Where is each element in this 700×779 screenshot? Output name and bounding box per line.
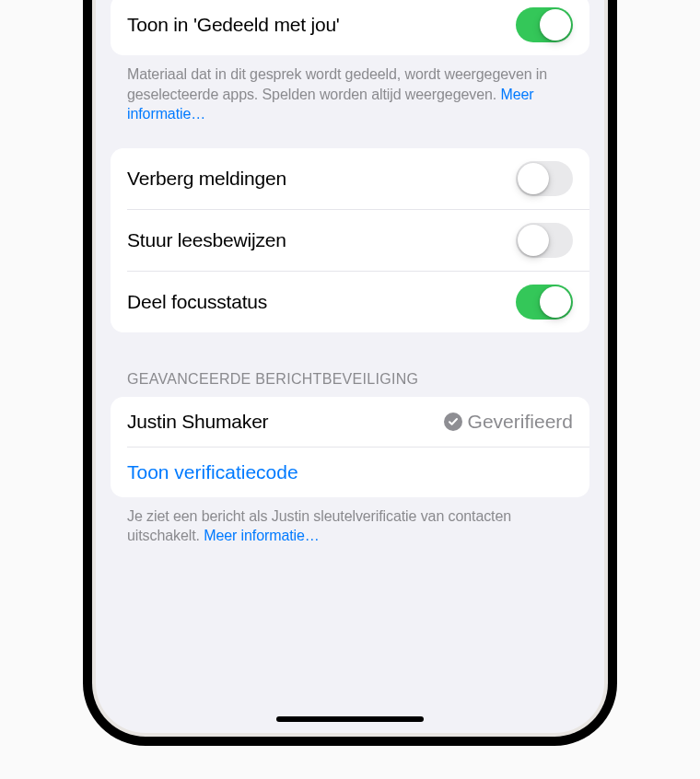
read-receipts-toggle[interactable]: [516, 223, 573, 258]
toggle-knob: [518, 163, 549, 194]
shared-with-you-label: Toon in 'Gedeeld met jou': [127, 14, 340, 36]
shared-with-you-footer: Materiaal dat in dit gesprek wordt gedee…: [111, 55, 589, 124]
contact-verification-row[interactable]: Justin Shumaker Geverifieerd: [111, 397, 589, 447]
hide-notifications-label: Verberg meldingen: [127, 168, 286, 190]
footer-text: Materiaal dat in dit gesprek wordt gedee…: [127, 66, 547, 102]
shared-with-you-toggle[interactable]: [516, 7, 573, 42]
advanced-security-group: Justin Shumaker Geverifieerd Toon verifi…: [111, 397, 589, 497]
screen: Toon in 'Gedeeld met jou' Materiaal dat …: [96, 0, 604, 733]
more-info-link[interactable]: Meer informatie…: [204, 528, 320, 543]
advanced-security-header: GEAVANCEERDE BERICHTBEVEILIGING: [111, 371, 589, 397]
hide-notifications-toggle[interactable]: [516, 161, 573, 196]
toggle-knob: [518, 225, 549, 256]
toggle-knob: [540, 286, 571, 318]
share-focus-toggle[interactable]: [516, 285, 573, 320]
hide-notifications-row[interactable]: Verberg meldingen: [111, 148, 589, 209]
phone-inner: Toon in 'Gedeeld met jou' Materiaal dat …: [92, 0, 608, 737]
toggle-knob: [540, 9, 571, 41]
show-verification-code-label: Toon verificatiecode: [127, 461, 298, 483]
phone-frame: Toon in 'Gedeeld met jou' Materiaal dat …: [83, 0, 617, 746]
verification-status: Geverifieerd: [444, 411, 573, 433]
home-indicator[interactable]: [276, 716, 424, 722]
canvas: Toon in 'Gedeeld met jou' Materiaal dat …: [0, 0, 700, 779]
checkmark-icon: [444, 413, 462, 431]
share-focus-label: Deel focusstatus: [127, 291, 267, 313]
verification-status-text: Geverifieerd: [468, 411, 573, 433]
shared-with-you-group: Toon in 'Gedeeld met jou': [111, 0, 589, 55]
read-receipts-row[interactable]: Stuur leesbewijzen: [111, 210, 589, 271]
share-focus-row[interactable]: Deel focusstatus: [111, 272, 589, 332]
show-verification-code-row[interactable]: Toon verificatiecode: [111, 448, 589, 497]
advanced-security-footer: Je ziet een bericht als Justin sleutelve…: [111, 497, 589, 546]
read-receipts-label: Stuur leesbewijzen: [127, 229, 286, 251]
contact-name: Justin Shumaker: [127, 411, 268, 433]
settings-content: Toon in 'Gedeeld met jou' Materiaal dat …: [96, 0, 604, 592]
notifications-group: Verberg meldingen Stuur leesbewijzen: [111, 148, 589, 332]
shared-with-you-row[interactable]: Toon in 'Gedeeld met jou': [111, 0, 589, 55]
